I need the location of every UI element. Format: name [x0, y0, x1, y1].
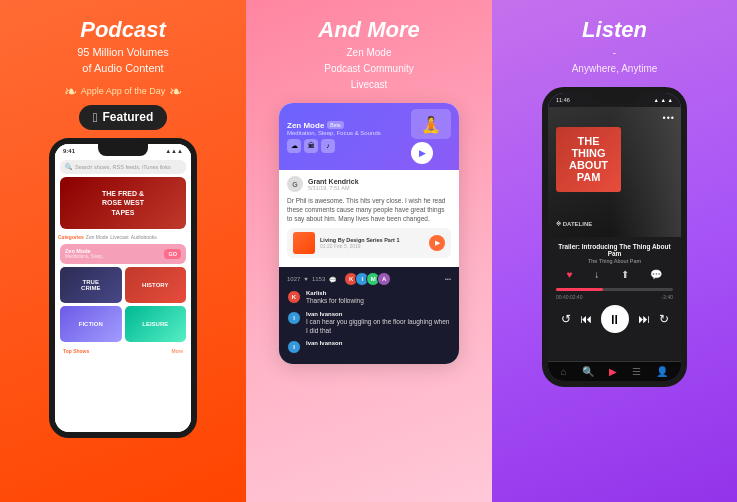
player-times: 00:40:02:40 -2:40 [556, 294, 673, 300]
msg2-text: I can hear you giggling on the floor lau… [306, 317, 451, 335]
avatar-4: A [377, 272, 391, 286]
panel-listen: Listen - Anywhere, Anytime 11:46 ▲ ▲ ▲ T… [492, 0, 737, 502]
tab-search-icon[interactable]: 🔍 [582, 366, 594, 377]
dark-message-1: K Karlish Thanks for following [287, 290, 451, 305]
comment-date: 5/31/19, 7:51 AM [308, 185, 359, 191]
panel2-subtitle: Zen Mode Podcast Community Livecast [324, 45, 413, 93]
mini-thumbnail [293, 232, 315, 254]
top-shows-label: Top Shows [63, 348, 89, 354]
phone-mockup-3: 11:46 ▲ ▲ ▲ THE THINGABOUT PAM ※ DATELIN… [542, 87, 687, 387]
player-progress-bar[interactable] [556, 288, 673, 291]
panel2-sub-line3: Livecast [351, 79, 388, 90]
phone-notch-1 [98, 144, 148, 156]
panel1-subtitle-line2: of Audio Content [82, 62, 163, 74]
laurel-left-icon: ❧ [64, 82, 77, 101]
previous-icon[interactable]: ⏮ [580, 312, 592, 326]
comment-text: Dr Phil is awesome. This hits very close… [287, 196, 451, 223]
panel-podcast: Podcast 95 Million Volumes of Audio Cont… [0, 0, 246, 502]
remaining-time: -2:40 [662, 294, 673, 300]
cover-title: THE THINGABOUT PAM [556, 127, 621, 191]
zen-mode-row[interactable]: Zen Mode Meditations, Sleep... GO [60, 244, 186, 264]
dark-message-3: I Ivan Ivanson [287, 340, 451, 354]
phone-mockup-1: 9:41 ▲▲▲ 🔍 Search shows, RSS feeds, iTun… [49, 138, 197, 438]
phone3-notch [592, 93, 637, 103]
phone-bottom-bar: Top Shows More [55, 345, 191, 357]
dark-avatar-karlish: K [287, 290, 301, 304]
heart-button[interactable]: ♥ [567, 269, 573, 280]
person-silhouette [611, 107, 681, 237]
podcast-cover: THE THINGABOUT PAM ※ DATELINE ••• [548, 107, 681, 237]
commenter-avatar: G [287, 176, 303, 192]
more-icon[interactable]: ••• [445, 276, 451, 282]
panel2-title: And More [318, 18, 419, 42]
show-card-fiction[interactable]: Fiction [60, 306, 122, 342]
panel3-sub: Anywhere, Anytime [572, 63, 658, 74]
msg1-text: Thanks for following [306, 296, 364, 305]
tab-library-icon[interactable]: ☰ [632, 366, 641, 377]
laurel-right-icon: ❧ [169, 82, 182, 101]
next-icon[interactable]: ⏭ [638, 312, 650, 326]
zen-card-subtitle: Meditation, Sleep, Focus & Sounds [287, 130, 381, 136]
panel1-subtitle-line1: 95 Million Volumes [77, 46, 169, 58]
player-section: Trailer: Introducing The Thing About Pam… [548, 237, 681, 361]
download-icon[interactable]: ↓ [594, 269, 599, 280]
podcast-mini-card[interactable]: Living By Design Series Part 1 01:22 Feb… [287, 228, 451, 258]
apple-award-text: Apple App of the Day [81, 86, 166, 98]
status-time-3: 11:46 [556, 97, 570, 103]
show-card-leisure[interactable]: Leisure [125, 306, 187, 342]
zen-play-button[interactable]: ▶ [411, 142, 433, 164]
player-action-bar: ♥ ↓ ⬆ 💬 [556, 269, 673, 280]
panel3-subtitle: - Anywhere, Anytime [572, 45, 658, 77]
heart-icon: ♥ [304, 276, 308, 282]
podcast-banner: THE FRED &ROSE WESTTAPES [60, 177, 186, 229]
zen-go-button[interactable]: GO [164, 249, 181, 259]
share-icon[interactable]: ⬆ [621, 269, 629, 280]
zen-mode-sub: Meditations, Sleep... [65, 254, 106, 259]
phone-tabs: Categories Zen Mode Livecast Audiobooks [55, 232, 191, 242]
apple-logo-icon:  [93, 110, 98, 125]
tab-profile-icon[interactable]: 👤 [656, 366, 668, 377]
panel2-sub-line1: Zen Mode [346, 47, 391, 58]
player-controls: ↺ ⏮ ⏸ ⏭ ↻ [556, 305, 673, 333]
dark-avatar-ivan: I [287, 311, 301, 325]
more-link[interactable]: More [172, 348, 183, 354]
zen-icon-2: 🏛 [304, 139, 318, 153]
tab-livecast[interactable]: Livecast [110, 234, 128, 240]
tab-home-icon[interactable]: ⌂ [561, 366, 567, 377]
search-icon: 🔍 [65, 163, 72, 170]
mini-play-button[interactable]: ▶ [429, 235, 445, 251]
track-show: The Thing About Pam [556, 258, 673, 264]
tab-zen-mode[interactable]: Zen Mode [86, 234, 109, 240]
shows-grid: TrueCrime History Fiction Leisure [60, 267, 186, 342]
panel-and-more: And More Zen Mode Podcast Community Live… [246, 0, 492, 502]
more-dots-icon[interactable]: ••• [663, 113, 675, 123]
tab-play-icon[interactable]: ▶ [609, 366, 617, 377]
commenter-name: Grant Kendrick [308, 178, 359, 185]
status-icons-1: ▲▲▲ [165, 148, 183, 154]
skip-forward-icon[interactable]: ↻ [659, 312, 669, 326]
show-card-history[interactable]: History [125, 267, 187, 303]
dark-avatar-ivan2: I [287, 340, 301, 354]
dateline-logo: ※ DATELINE [556, 220, 592, 227]
msg3-name: Ivan Ivanson [306, 340, 342, 346]
zen-illustration: 🧘 [411, 109, 451, 139]
dark-message-2: I Ivan Ivanson I can hear you giggling o… [287, 311, 451, 335]
featured-badge[interactable]:  Featured [79, 105, 167, 130]
search-placeholder: Search shows, RSS feeds, iTunes links [75, 164, 171, 170]
beta-badge: Beta [327, 121, 343, 129]
current-time: 00:40:02:40 [556, 294, 582, 300]
phone3-bottom-tabs: ⌂ 🔍 ▶ ☰ 👤 [548, 361, 681, 381]
zen-mode-card[interactable]: Zen Mode Beta Meditation, Sleep, Focus &… [279, 103, 459, 170]
show-card-crime[interactable]: TrueCrime [60, 267, 122, 303]
status-time-1: 9:41 [63, 148, 75, 154]
play-pause-button[interactable]: ⏸ [601, 305, 629, 333]
phone-search-bar[interactable]: 🔍 Search shows, RSS feeds, iTunes links [60, 160, 186, 174]
tab-audiobooks[interactable]: Audiobooks [131, 234, 157, 240]
chat-icon-player[interactable]: 💬 [650, 269, 662, 280]
featured-label: Featured [103, 110, 154, 124]
tab-categories[interactable]: Categories [58, 234, 84, 240]
chat-mockup: Zen Mode Beta Meditation, Sleep, Focus &… [279, 103, 459, 364]
skip-back-icon[interactable]: ↺ [561, 312, 571, 326]
panel1-title: Podcast [80, 18, 166, 42]
panel2-sub-line2: Podcast Community [324, 63, 413, 74]
